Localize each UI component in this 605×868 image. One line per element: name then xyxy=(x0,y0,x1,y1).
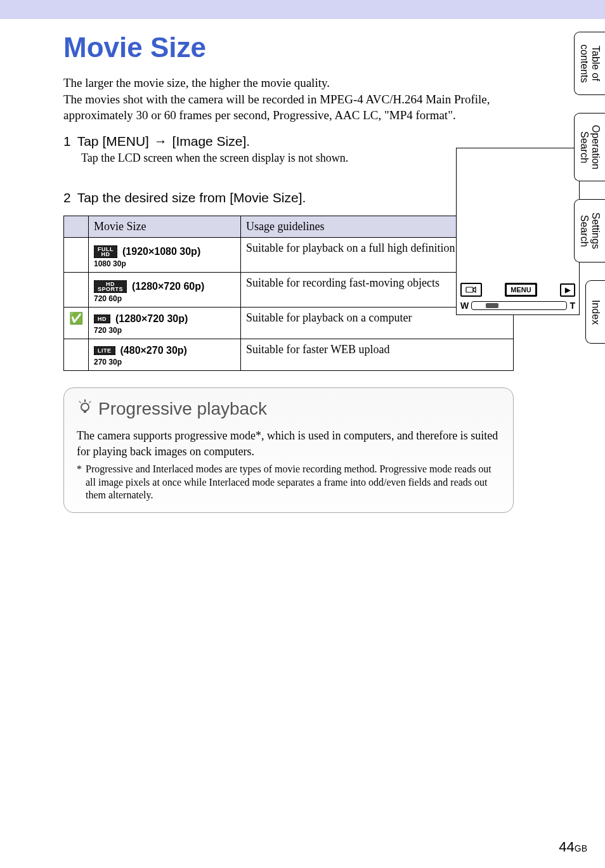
page-title: Movie Size xyxy=(63,32,580,63)
tab-index[interactable]: Index xyxy=(585,280,605,344)
playback-button[interactable]: ▶ xyxy=(560,283,575,297)
step-2-text: Tap the desired size from [Movie Size]. xyxy=(77,190,306,205)
step-1-prefix: Tap [MENU] xyxy=(77,134,153,148)
camera-lcd: MENU ▶ W T xyxy=(456,148,580,315)
footnote-marker: * xyxy=(77,463,82,502)
step-1-heading: Tap [MENU] → [Image Size]. xyxy=(77,134,250,149)
size-sub: 270 30p xyxy=(94,358,235,366)
size-cell: LITE (480×270 30p) 270 30p xyxy=(89,339,241,371)
table-row: FULLHD (1920×1080 30p) 1080 30p Suitable… xyxy=(64,237,514,272)
size-value: (1280×720 60p) xyxy=(132,281,204,292)
quality-badge-icon: LITE xyxy=(94,346,115,355)
step-2-number: 2 xyxy=(63,190,71,205)
check-cell xyxy=(64,339,89,371)
step-1-number: 1 xyxy=(63,134,71,149)
intro-line-2: The movies shot with the camera will be … xyxy=(63,91,529,124)
footnote-text: Progressive and Interlaced modes are typ… xyxy=(86,463,500,502)
check-icon: ✅ xyxy=(69,312,83,325)
svg-line-5 xyxy=(89,401,91,403)
zoom-w-label: W xyxy=(460,301,469,311)
intro-line-1: The larger the movie size, the higher th… xyxy=(63,75,529,91)
arrow-icon: → xyxy=(153,134,169,148)
table-row: HDSPORTS (1280×720 60p) 720 60p Suitable… xyxy=(64,273,514,308)
quality-badge-icon: HDSPORTS xyxy=(94,280,127,293)
page-number: 44GB xyxy=(559,839,587,855)
size-cell: HDSPORTS (1280×720 60p) 720 60p xyxy=(89,273,241,308)
tab-settings-search[interactable]: Settings Search xyxy=(574,199,605,262)
size-sub: 720 60p xyxy=(94,294,235,303)
check-cell xyxy=(64,237,89,272)
table-header-row: Movie Size Usage guidelines xyxy=(64,216,514,237)
quality-badge-icon: FULLHD xyxy=(94,245,117,258)
size-cell: FULLHD (1920×1080 30p) 1080 30p xyxy=(89,237,241,272)
size-sub: 720 30p xyxy=(94,326,235,335)
zoom-slider[interactable] xyxy=(471,301,567,310)
lcd-icon-row: MENU ▶ xyxy=(460,283,575,297)
size-value: (1280×720 30p) xyxy=(115,313,188,325)
table-row: ✅ HD (1280×720 30p) 720 30p Suitable for… xyxy=(64,308,514,339)
lcd-controls: MENU ▶ W T xyxy=(460,283,575,311)
tip-box: Progressive playback The camera supports… xyxy=(63,387,514,513)
mode-switch-icon[interactable] xyxy=(460,283,482,297)
bulb-icon xyxy=(77,398,93,419)
header-check xyxy=(64,216,89,237)
quality-badge-icon: HD xyxy=(94,314,110,323)
svg-line-4 xyxy=(79,401,81,403)
table-row: LITE (480×270 30p) 270 30p Suitable for … xyxy=(64,339,514,371)
size-cell: HD (1280×720 30p) 720 30p xyxy=(89,308,241,339)
movie-size-table: Movie Size Usage guidelines FULLHD (1920… xyxy=(63,216,514,371)
tab-operation-search[interactable]: Operation Search xyxy=(574,113,605,181)
step-1: 1 Tap [MENU] → [Image Size]. xyxy=(63,134,580,149)
camera-mode-icon xyxy=(465,285,477,294)
svg-point-1 xyxy=(81,403,89,411)
tab-toc[interactable]: Table of contents xyxy=(574,32,605,95)
menu-button[interactable]: MENU xyxy=(505,283,537,297)
page-num-value: 44 xyxy=(559,839,574,855)
zoom-bar: W T xyxy=(460,301,575,311)
size-sub: 1080 30p xyxy=(94,259,235,268)
page-num-suffix: GB xyxy=(575,843,587,853)
check-cell xyxy=(64,273,89,308)
svg-rect-0 xyxy=(466,287,473,292)
intro-block: The larger the movie size, the higher th… xyxy=(63,75,580,124)
side-tabs: Table of contents Operation Search Setti… xyxy=(574,32,605,344)
top-bar xyxy=(0,0,605,19)
page-content: Movie Size The larger the movie size, th… xyxy=(0,19,605,526)
tip-footnote: * Progressive and Interlaced modes are t… xyxy=(77,463,500,502)
svg-rect-2 xyxy=(84,411,86,413)
step-1-suffix: [Image Size]. xyxy=(169,134,250,148)
zoom-indicator xyxy=(486,303,498,308)
size-value: (480×270 30p) xyxy=(120,345,187,356)
tip-title: Progressive playback xyxy=(77,398,500,419)
size-value: (1920×1080 30p) xyxy=(122,246,200,257)
tip-title-text: Progressive playback xyxy=(98,399,267,419)
usage-cell: Suitable for faster WEB upload xyxy=(241,339,514,371)
tip-body: The camera supports progressive mode*, w… xyxy=(77,428,500,459)
check-cell: ✅ xyxy=(64,308,89,339)
header-movie-size: Movie Size xyxy=(89,216,241,237)
